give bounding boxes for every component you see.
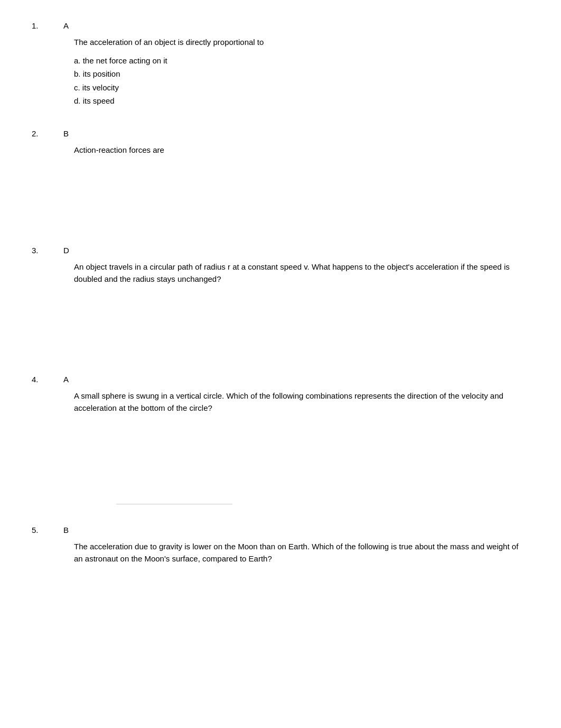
question-2: 2. B Action-reaction forces are — [32, 129, 529, 225]
option-1b: b. its position — [74, 67, 529, 81]
question-4-divider — [116, 504, 232, 504]
question-1: 1. A The acceleration of an object is di… — [32, 21, 529, 108]
question-5-number: 5. — [32, 526, 63, 535]
question-5-answer: B — [63, 526, 69, 535]
question-4-number: 4. — [32, 375, 63, 384]
question-5-text: The acceleration due to gravity is lower… — [74, 541, 529, 565]
question-4: 4. A A small sphere is swung in a vertic… — [32, 375, 529, 504]
option-1a: a. the net force acting on it — [74, 54, 529, 68]
option-1c: c. its velocity — [74, 81, 529, 95]
question-1-number: 1. — [32, 21, 63, 30]
question-2-answer: B — [63, 129, 69, 138]
question-3-number: 3. — [32, 246, 63, 255]
question-3-text: An object travels in a circular path of … — [74, 261, 529, 285]
question-5: 5. B The acceleration due to gravity is … — [32, 526, 529, 565]
question-4-answer: A — [63, 375, 69, 384]
question-4-text: A small sphere is swung in a vertical ci… — [74, 390, 529, 414]
question-3: 3. D An object travels in a circular pat… — [32, 246, 529, 354]
question-2-text: Action-reaction forces are — [74, 144, 529, 156]
question-1-options: a. the net force acting on it b. its pos… — [74, 54, 529, 108]
question-1-answer: A — [63, 21, 69, 30]
question-3-answer: D — [63, 246, 69, 255]
option-1a-text: a. the net force acting on it — [74, 56, 167, 65]
question-1-text: The acceleration of an object is directl… — [74, 36, 529, 49]
question-2-number: 2. — [32, 129, 63, 138]
page-content: 1. A The acceleration of an object is di… — [32, 21, 529, 565]
option-1d: d. its speed — [74, 94, 529, 108]
